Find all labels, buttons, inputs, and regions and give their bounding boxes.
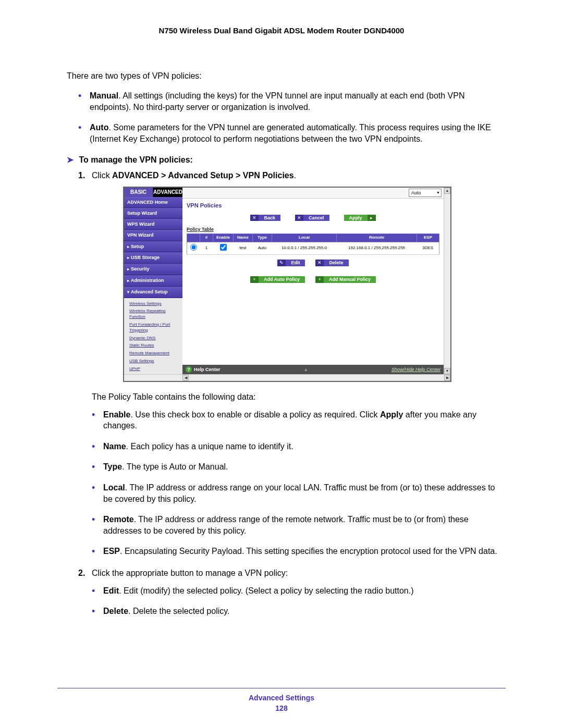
vertical-scrollbar[interactable]: ▲ ▼ xyxy=(444,188,450,374)
bullet-bold: Enable xyxy=(103,410,130,419)
step1-prefix: Click xyxy=(92,171,112,180)
row-remote: 192.168.0.1 / 255.255.255.255 xyxy=(337,242,417,254)
nav-wps-wizard[interactable]: WPS Wizard xyxy=(124,219,182,230)
sub-usb-settings[interactable]: USB Settings xyxy=(129,357,182,365)
sub-upnp[interactable]: UPnP xyxy=(129,365,182,373)
type-bullet-manual: Manual. All settings (including the keys… xyxy=(78,90,506,113)
plus-icon: + xyxy=(315,276,324,282)
add-manual-policy-button[interactable]: + Add Manual Policy xyxy=(315,276,376,284)
table-row: 1 test Auto 10.0.0.1 / 255.255.255.0 192… xyxy=(187,242,439,254)
scroll-up-icon[interactable]: ▲ xyxy=(444,188,450,194)
chevron-up-icon[interactable]: ▲ xyxy=(303,366,308,373)
footer-page-number: 128 xyxy=(57,704,506,712)
bullet-bold: Delete xyxy=(103,607,128,615)
page-footer: Advanced Settings 128 xyxy=(57,688,506,712)
cancel-label: Cancel xyxy=(303,215,329,221)
procedure-heading-text: To manage the VPN policies: xyxy=(79,155,192,164)
add-auto-label: Add Auto Policy xyxy=(259,276,305,282)
chevron-right-icon: ➤ xyxy=(67,155,74,164)
help-icon: ? xyxy=(186,366,192,373)
bullet-bold: Type xyxy=(103,462,122,471)
sub-dynamic-dns[interactable]: Dynamic DNS xyxy=(129,335,182,342)
step1-suffix: . xyxy=(294,171,296,180)
delete-button[interactable]: ✕ Delete xyxy=(315,259,348,267)
sub-remote-management[interactable]: Remote Management xyxy=(129,350,182,357)
scroll-left-icon[interactable]: ◀ xyxy=(182,375,189,381)
bullet-text: . Encapsulating Security Payload. This s… xyxy=(120,547,497,556)
tab-advanced[interactable]: ADVANCED xyxy=(153,188,182,197)
nav-advanced-setup[interactable]: Advanced Setup xyxy=(124,287,182,298)
refresh-dropdown[interactable]: Auto ▼ xyxy=(409,189,442,197)
step1-path: ADVANCED > Advanced Setup > VPN Policies xyxy=(112,171,294,180)
policy-bullet-enable: Enable. Use this check box to enable or … xyxy=(92,409,506,431)
policy-table-intro: The Policy Table contains the following … xyxy=(92,391,506,403)
add-manual-label: Add Manual Policy xyxy=(324,276,376,282)
dropdown-value: Auto xyxy=(411,190,421,196)
step2-bullet-edit: Edit. Edit (modify) the selected policy.… xyxy=(92,585,506,597)
sub-port-forwarding[interactable]: Port Forwarding / Port Triggering xyxy=(129,321,182,335)
policy-table: # Enable Name Type Local Remote ESP xyxy=(187,233,439,255)
close-icon: ✕ xyxy=(295,215,303,221)
nav-vpn-wizard[interactable]: VPN Wizard xyxy=(124,230,182,241)
nav-administration[interactable]: Administration xyxy=(124,275,182,287)
policy-bullet-esp: ESP. Encapsulating Security Payload. Thi… xyxy=(92,546,506,557)
th-radio xyxy=(187,233,200,242)
step2-bullet-delete: Delete. Delete the selected policy. xyxy=(92,606,506,617)
row-enable-checkbox[interactable] xyxy=(220,244,227,251)
th-esp: ESP xyxy=(417,233,439,242)
bullet-bold: Manual xyxy=(90,91,118,100)
bullet-text: . All settings (including the keys) for … xyxy=(90,91,465,112)
bullet-bold: Edit xyxy=(103,586,119,595)
policy-table-label: Policy Table xyxy=(182,226,444,233)
bullet-text: . The type is Auto or Manual. xyxy=(122,462,228,471)
sub-wireless-repeating[interactable]: Wireless Repeating Function xyxy=(129,307,182,321)
bullet-text: . Delete the selected policy. xyxy=(128,607,229,615)
sub-static-routes[interactable]: Static Routes xyxy=(129,342,182,350)
cancel-button[interactable]: ✕ Cancel xyxy=(295,214,329,222)
back-button[interactable]: ✕ Back xyxy=(250,214,280,222)
back-label: Back xyxy=(259,215,280,221)
plus-icon: + xyxy=(250,276,259,282)
bullet-text: . Each policy has a unique name to ident… xyxy=(126,442,293,451)
scroll-right-icon[interactable]: ▶ xyxy=(444,375,450,381)
bullet-bold: Name xyxy=(103,442,126,451)
apply-label: Apply xyxy=(344,215,368,221)
policy-bullet-type: Type. The type is Auto or Manual. xyxy=(92,461,506,473)
help-center[interactable]: ? Help Center xyxy=(186,366,221,373)
chevron-down-icon: ▼ xyxy=(436,190,440,195)
tab-basic[interactable]: BASIC xyxy=(124,188,153,197)
row-esp: 3DES xyxy=(417,242,439,254)
bullet-bold: Local xyxy=(103,483,125,492)
th-remote: Remote xyxy=(337,233,417,242)
footer-section-name: Advanced Settings xyxy=(57,694,506,702)
scroll-down-icon[interactable]: ▼ xyxy=(444,368,450,374)
bullet-text: . Edit (modify) the selected policy. (Se… xyxy=(119,586,413,595)
bullet-text: . The IP address or address range of the… xyxy=(103,515,469,535)
bullet-bold: ESP xyxy=(103,547,120,556)
row-radio[interactable] xyxy=(190,244,197,251)
add-auto-policy-button[interactable]: + Add Auto Policy xyxy=(250,276,305,284)
nav-setup[interactable]: Setup xyxy=(124,241,182,253)
apply-button[interactable]: Apply ▸ xyxy=(344,214,376,222)
bullet-text: . The IP address or address range on you… xyxy=(103,483,495,503)
nav-security[interactable]: Security xyxy=(124,264,182,275)
procedure-heading: ➤ To manage the VPN policies: xyxy=(67,155,506,165)
th-name: Name xyxy=(234,233,253,242)
nav-advanced-home[interactable]: ADVANCED Home xyxy=(124,197,182,208)
close-icon: ✕ xyxy=(315,260,324,266)
nav-usb-storage[interactable]: USB Storage xyxy=(124,252,182,264)
arrow-right-icon: ▸ xyxy=(368,215,376,221)
th-num: # xyxy=(200,233,213,242)
edit-label: Edit xyxy=(286,260,305,266)
bullet-bold: Auto xyxy=(90,123,108,132)
th-enable: Enable xyxy=(213,233,234,242)
sidebar-sublist: Wireless Settings Wireless Repeating Fun… xyxy=(124,298,182,374)
edit-button[interactable]: ✎ Edit xyxy=(277,259,305,267)
horizontal-scrollbar[interactable]: ◀ ▶ xyxy=(124,374,450,381)
help-toggle-link[interactable]: Show/Hide Help Center xyxy=(391,366,440,373)
row-local: 10.0.0.1 / 255.255.255.0 xyxy=(272,242,337,254)
th-type: Type xyxy=(253,233,272,242)
pencil-icon: ✎ xyxy=(277,260,286,266)
sub-wireless-settings[interactable]: Wireless Settings xyxy=(129,300,182,308)
nav-setup-wizard[interactable]: Setup Wizard xyxy=(124,208,182,219)
